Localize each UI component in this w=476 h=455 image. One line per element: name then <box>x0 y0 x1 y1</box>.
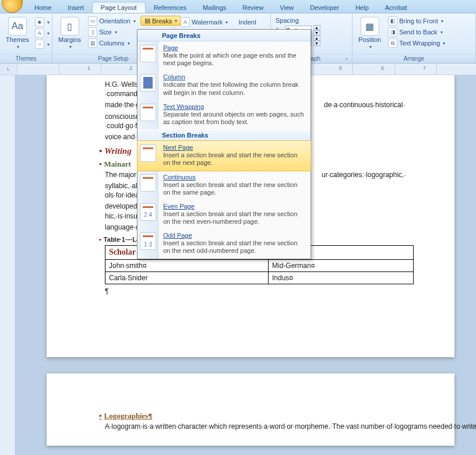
pilcrow: ¶ <box>105 287 414 296</box>
theme-effects[interactable]: ○ <box>33 39 52 50</box>
odd-page-break-icon: 1 3 <box>140 232 156 250</box>
text-wrapping-icon: ⧉ <box>388 38 397 48</box>
tab-page-layout[interactable]: Page Layout <box>92 2 146 13</box>
watermark-icon: A <box>181 17 190 27</box>
send-back-button[interactable]: ◨Send to Back <box>386 27 447 37</box>
themes-icon: Aa <box>8 17 27 36</box>
office-button[interactable] <box>2 0 23 13</box>
columns-icon: ▥ <box>88 38 97 48</box>
margins-label: Margins <box>58 37 81 43</box>
margins-icon: ▯ <box>61 17 79 36</box>
fonts-icon: A <box>35 29 44 38</box>
spin-up[interactable]: ▲ <box>313 25 320 30</box>
menu-header-page-breaks: Page Breaks <box>137 30 311 41</box>
menu-item-next-page[interactable]: Next Page Insert a section break and sta… <box>137 140 311 171</box>
table-row: Carla·SniderIndus¤ <box>105 271 414 284</box>
page-2[interactable]: Logographies¶ A·logogram·is·a·written·ch… <box>47 373 454 446</box>
menu-item-column[interactable]: Column Indicate that the text following … <box>137 70 311 100</box>
columns-button[interactable]: ▥Columns <box>86 38 138 48</box>
margins-button[interactable]: ▯ Margins <box>56 16 83 51</box>
menu-item-text-wrapping[interactable]: Text Wrapping Separate text around objec… <box>137 100 311 129</box>
tab-acrobat[interactable]: Acrobat <box>377 2 415 13</box>
themes-button[interactable]: Aa Themes <box>3 16 31 51</box>
tab-review[interactable]: Review <box>234 2 272 13</box>
spin-down2[interactable]: ▼ <box>313 41 320 46</box>
text-wrapping-button[interactable]: ⧉Text Wrapping <box>386 38 447 48</box>
vertical-ruler[interactable] <box>0 75 15 455</box>
theme-colors[interactable]: ■ <box>33 17 52 27</box>
bring-front-button[interactable]: ◧Bring to Front <box>386 16 447 26</box>
next-page-break-icon <box>140 144 156 162</box>
menu-item-even-page[interactable]: 2 4 Even Page Insert a section break and… <box>137 200 311 229</box>
position-icon: ▦ <box>361 17 379 36</box>
tab-view[interactable]: View <box>272 2 302 13</box>
send-back-icon: ◨ <box>388 27 397 37</box>
body-text: A·logogram·is·a·written·character·which·… <box>105 422 414 431</box>
spacing-label: Spacing <box>276 17 348 24</box>
continuous-break-icon <box>140 174 156 192</box>
theme-fonts[interactable]: A <box>33 28 52 38</box>
themes-label: Themes <box>6 37 29 43</box>
size-icon: ▯ <box>88 27 97 37</box>
spin-up2[interactable]: ▲ <box>313 36 320 41</box>
tab-references[interactable]: References <box>146 2 195 13</box>
watermark-button[interactable]: AWatermark <box>178 17 230 27</box>
position-button[interactable]: ▦ Position <box>356 16 383 51</box>
orientation-button[interactable]: ▭Orientation <box>86 16 138 26</box>
tab-developer[interactable]: Developer <box>302 2 347 13</box>
tab-strip: Home Insert Page Layout References Maili… <box>0 0 476 13</box>
spin-down[interactable]: ▼ <box>313 30 320 36</box>
menu-item-page[interactable]: Page Mark the point at which one page en… <box>137 41 311 70</box>
even-page-break-icon: 2 4 <box>140 203 156 221</box>
tab-home[interactable]: Home <box>26 2 59 13</box>
breaks-menu: Page Breaks Page Mark the point at which… <box>137 29 311 259</box>
column-break-icon <box>140 74 156 91</box>
tab-help[interactable]: Help <box>347 2 377 13</box>
tab-insert[interactable]: Insert <box>59 2 92 13</box>
table-row: John·smith¤Mid-German¤ <box>105 259 414 271</box>
heading-logographies: Logographies¶ <box>105 411 414 421</box>
orientation-icon: ▭ <box>88 16 97 26</box>
group-label-arrange: Arrange <box>352 54 475 62</box>
menu-header-section-breaks: Section Breaks <box>137 129 311 141</box>
size-button[interactable]: ▯Size <box>86 27 138 37</box>
group-themes: Aa Themes ■ A ○ Themes <box>0 13 52 63</box>
text-wrapping-break-icon <box>140 104 156 121</box>
indent-label: Indent <box>236 17 259 27</box>
effects-icon: ○ <box>35 40 44 49</box>
breaks-icon: ▤ <box>144 17 150 24</box>
colors-icon: ■ <box>35 17 44 27</box>
page-break-icon <box>140 45 156 62</box>
ruler-corner[interactable]: L <box>0 64 17 75</box>
menu-item-continuous[interactable]: Continuous Insert a section break and st… <box>137 171 311 200</box>
group-label-themes: Themes <box>0 54 52 62</box>
group-arrange: ▦ Position ◧Bring to Front ◨Send to Back… <box>352 13 476 63</box>
paragraph-launcher[interactable]: ⌐ <box>344 55 351 62</box>
menu-item-odd-page[interactable]: 1 3 Odd Page Insert a section break and … <box>137 229 311 258</box>
tab-mailings[interactable]: Mailings <box>195 2 234 13</box>
bring-front-icon: ◧ <box>388 16 397 26</box>
